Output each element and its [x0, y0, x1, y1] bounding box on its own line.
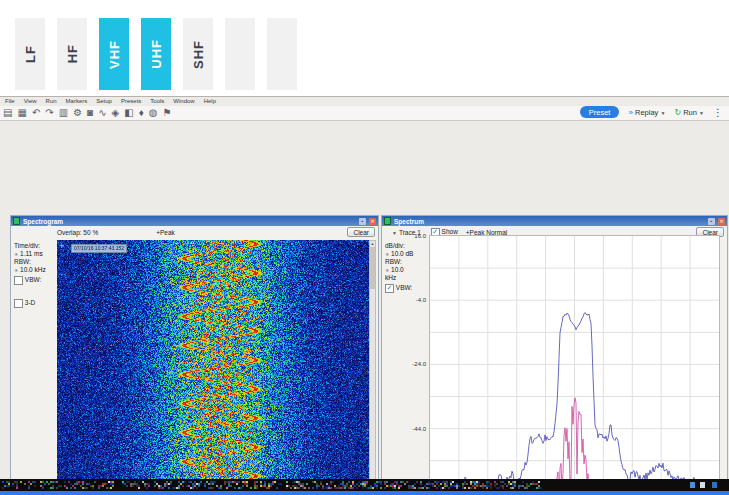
menu-window[interactable]: Window	[173, 98, 194, 106]
more-options-icon[interactable]: ⋮	[713, 107, 723, 118]
band-tab-label: HF	[65, 44, 80, 63]
spectrum-titlebar: Spectrum ▪ ✕	[382, 216, 727, 226]
tray-icon[interactable]	[712, 482, 717, 488]
y-tick-label: -44.0	[412, 426, 426, 432]
spectrogram-window-icon	[13, 217, 20, 225]
band-tab-label: UHF	[149, 39, 164, 69]
menu-file[interactable]: File	[5, 98, 15, 106]
band-tab-shf[interactable]: SHF	[183, 18, 213, 90]
rbw-spinner[interactable]: ∗	[14, 267, 18, 273]
vbw-label: VBW:	[25, 276, 42, 283]
spectrogram-titlebar: Spectrogram ▪ ✕	[11, 216, 378, 226]
detection-label[interactable]: +Peak	[156, 229, 175, 236]
replay-caret-icon: ▼	[660, 110, 665, 116]
spec-vbw-checkbox[interactable]: ✓	[385, 284, 394, 293]
y-tick-label: -24.0	[412, 361, 426, 367]
spec-vbw-label: VBW:	[396, 284, 413, 291]
band-tab-label: LF	[23, 45, 38, 63]
band-tab-label: SHF	[191, 40, 206, 69]
y-tick-label: 16.0	[414, 233, 426, 239]
open-file-icon[interactable]: ▤	[3, 108, 12, 118]
spectrum-traces	[430, 236, 719, 495]
y-axis-labels: 16.0-4.0-24.0-44.0-64.0-84.0	[412, 235, 428, 495]
band-tab-hf[interactable]: HF	[57, 18, 87, 90]
close-icon[interactable]: ✕	[369, 218, 376, 225]
marker-icon[interactable]: ◈	[112, 108, 120, 118]
flag-icon[interactable]: ⚑	[163, 108, 172, 118]
threed-label: 3-D	[25, 299, 35, 306]
spectrum-panel: Spectrum ▪ ✕ ▼ Trace 1 ✓ Show +Peak Norm…	[381, 215, 728, 495]
spectrogram-display[interactable]: + 07/10/16 10:37:43.152	[57, 240, 370, 495]
close-icon[interactable]: ✕	[718, 218, 725, 225]
app-window: FileViewRunMarkersSetupPresetsToolsWindo…	[0, 96, 729, 479]
trace-dropdown-icon[interactable]: ▼	[392, 230, 397, 236]
save-icon[interactable]: ▦	[17, 108, 26, 118]
replay-icon: »	[628, 108, 632, 117]
db-div-spinner[interactable]: ∗	[385, 251, 389, 257]
minimize-icon[interactable]: ▪	[359, 218, 366, 225]
spectrum-plot[interactable]	[429, 235, 720, 495]
menu-view[interactable]: View	[24, 98, 37, 106]
tray-icon[interactable]	[690, 482, 695, 488]
db-div-label: dB/div:	[385, 242, 415, 250]
display-icon[interactable]: ◙	[87, 108, 93, 118]
run-controls: Preset » Replay ▼ ↻ Run ▼ ⋮	[580, 106, 723, 118]
overlap-label: Overlap: 50 %	[57, 229, 98, 236]
spectrogram-settings-sidebar: Time/div: ∗ 1.11 ms RBW: ∗ 10.0 kHz VBW:…	[14, 242, 56, 308]
settings-gear-icon[interactable]: ⚙	[73, 108, 82, 118]
spectrogram-title: Spectrogram	[23, 218, 356, 225]
menu-tools[interactable]: Tools	[150, 98, 164, 106]
time-div-label: Time/div:	[14, 242, 56, 250]
dpx-overview-strip	[0, 479, 729, 491]
spectrum-settings-sidebar: dB/div: ∗ 10.0 dB RBW: ∗ 10.0 kHz ✓ VBW:	[385, 242, 415, 293]
vbw-checkbox[interactable]	[14, 276, 23, 285]
spec-rbw-label: RBW:	[385, 258, 415, 266]
replay-button[interactable]: » Replay ▼	[628, 108, 665, 117]
spectrum-window-icon	[384, 217, 391, 225]
rbw-label: RBW:	[14, 258, 56, 266]
time-div-value[interactable]: 1.11 ms	[20, 250, 43, 257]
band-tab-vhf[interactable]: VHF	[99, 18, 129, 90]
menu-bar: FileViewRunMarkersSetupPresetsToolsWindo…	[0, 97, 729, 106]
spectrum-title: Spectrum	[394, 218, 705, 225]
run-caret-icon: ▼	[699, 110, 704, 116]
threed-checkbox[interactable]	[14, 299, 23, 308]
menu-presets[interactable]: Presets	[121, 98, 141, 106]
frequency-band-tabs: LFHFVHFUHFSHF	[15, 18, 297, 90]
acquisition-icon[interactable]: ♦	[139, 108, 144, 118]
spectrogram-panel: Spectrogram ▪ ✕ Overlap: 50 % +Peak Clea…	[10, 215, 379, 495]
audio-icon[interactable]: ◍	[149, 108, 158, 118]
spectrogram-clear-button[interactable]: Clear	[347, 227, 375, 237]
overview-bitmap	[2, 481, 542, 489]
y-tick-label: -4.0	[416, 297, 426, 303]
scroll-thumb[interactable]	[370, 247, 375, 289]
spec-rbw-spinner[interactable]: ∗	[385, 267, 389, 273]
band-tab-lf[interactable]: LF	[15, 18, 45, 90]
marker-cross-icon[interactable]: +	[59, 241, 64, 251]
scroll-up-icon[interactable]: ▲	[370, 241, 375, 246]
menu-setup[interactable]: Setup	[96, 98, 112, 106]
tray-icon[interactable]	[700, 482, 705, 488]
window-edge-highlight	[0, 491, 729, 495]
band-tab-empty[interactable]	[267, 18, 297, 90]
print-icon[interactable]: ▥	[59, 108, 68, 118]
rbw-value[interactable]: 10.0 kHz	[20, 266, 46, 273]
minimize-icon[interactable]: ▪	[708, 218, 715, 225]
signal-icon[interactable]: ∿	[98, 108, 106, 118]
menu-help[interactable]: Help	[204, 98, 216, 106]
menu-markers[interactable]: Markers	[66, 98, 88, 106]
spectrogram-scrollbar[interactable]: ▲ ▼	[369, 240, 376, 495]
band-tab-empty[interactable]	[225, 18, 255, 90]
menu-run[interactable]: Run	[46, 98, 57, 106]
run-icon: ↻	[674, 108, 681, 117]
run-button[interactable]: ↻ Run ▼	[674, 108, 704, 117]
band-tab-label: VHF	[107, 40, 122, 69]
redo-icon[interactable]: ↷	[45, 108, 53, 118]
undo-icon[interactable]: ↶	[32, 108, 40, 118]
db-div-value[interactable]: 10.0 dB	[391, 250, 413, 257]
trace-icon[interactable]: ◧	[124, 108, 133, 118]
band-tab-uhf[interactable]: UHF	[141, 18, 171, 90]
time-div-spinner[interactable]: ∗	[14, 251, 18, 257]
preset-button[interactable]: Preset	[580, 106, 620, 118]
timestamp-overlay: 07/10/16 10:37:43.152	[71, 244, 127, 253]
